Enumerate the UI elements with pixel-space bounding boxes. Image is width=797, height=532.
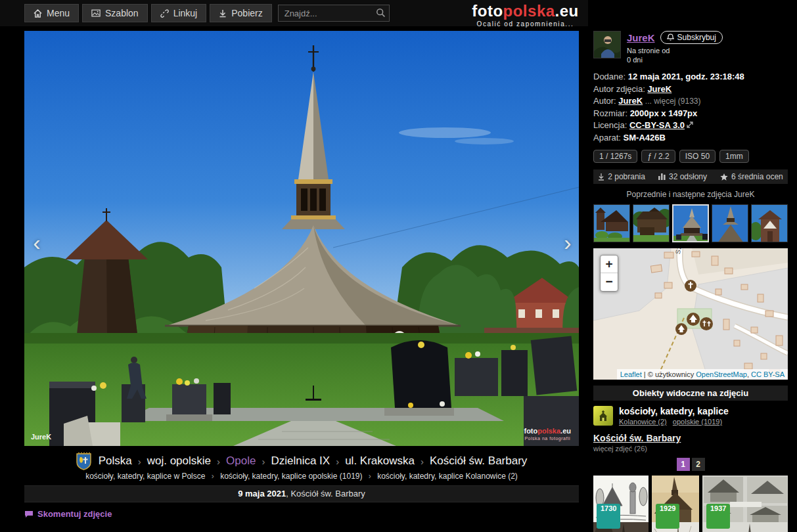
breadcrumb-polska[interactable]: Polska [99,454,132,468]
map-attribution: Leaflet | © użytkownicy OpenStreetMap, C… [617,369,788,380]
date-title-bar: 9 maja 2021, Kościół św. Barbary [24,485,579,502]
previous-photo-arrow[interactable]: ‹ [27,228,47,258]
breadcrumb: Polska › woj. opolskie › Opole › Dzielni… [24,452,579,481]
meta-size: Rozmiar: 2000px x 1497px [593,108,788,120]
object-name-link[interactable]: Kościół św. Barbary [593,433,788,443]
object-more-photos[interactable]: więcej zdjęć (26) [593,445,788,453]
license-link[interactable]: CC-BY-SA 3.0 [629,120,685,130]
pobierz-button[interactable]: Pobierz [210,4,271,22]
breadcrumb-sub: kościoły, katedry, kaplice w Polsce › ko… [24,472,579,481]
user-name-link[interactable]: JureK [627,32,655,43]
year-badge-1730: 1730 [597,504,620,529]
author-more-link[interactable]: ... więcej (9133) [645,97,701,106]
license-link-map[interactable]: CC BY-SA [751,370,785,378]
page: Menu Szablon Linkuj Pobierz fotopolska.e… [0,0,797,532]
menu-button-label: Menu [47,8,70,18]
map-tiles [593,248,788,380]
linkuj-button[interactable]: Linkuj [151,4,207,22]
avatar[interactable] [593,31,621,58]
category-links: Kolanowice (2) opolskie (1019) [619,418,729,426]
leaflet-link[interactable]: Leaflet [620,370,642,378]
site-logo-text: fotopolska.eu [472,2,579,20]
external-link-icon [687,122,693,128]
views-stat: 32 odsłony [658,172,707,181]
star-icon [720,173,728,181]
meta-license: Licencja: CC-BY-SA 3.0 [593,120,788,132]
page-1-button[interactable]: 1 [677,458,690,471]
prev-next-title: Poprzednie i następne zdjęcia JureK [593,190,788,199]
breadcrumb-opole[interactable]: Opole [226,454,256,468]
breadcrumb-sub-kolanowice[interactable]: kościoły, katedry, kaplice Kolanowice (2… [377,472,518,481]
user-row: JureK Subskrybuj Na stronie od 0 dni [593,31,788,64]
author-link[interactable]: JureK [618,96,643,106]
member-since: Na stronie od 0 dni [627,46,723,64]
breadcrumb-sub-polska[interactable]: kościoły, katedry, kaplice w Polsce [85,472,205,481]
map-zoom-control: + − [600,255,618,292]
location-map[interactable]: Szkolna + − Leaflet | © użytkownicy Open… [593,248,788,380]
rating-stat[interactable]: 6 średnia ocen [720,172,783,181]
search-input[interactable] [278,5,390,22]
comment-link[interactable]: Skomentuj zdjęcie [24,509,112,519]
meta-camera: Aparat: SM-A426B [593,132,788,144]
breadcrumb-sub-opolskie[interactable]: kościoły, katedry, kaplice opolskie (101… [220,472,362,481]
breadcrumb-kosciol[interactable]: Kościół św. Barbary [430,454,527,468]
prev-next-thumbnails [593,204,788,242]
breadcrumb-wojewodztwo[interactable]: woj. opolskie [147,454,211,468]
page-2-button[interactable]: 2 [692,458,705,471]
category-link-opolskie[interactable]: opolskie (1019) [673,418,722,426]
photo-title: , Kościół św. Barbary [286,489,365,499]
category-link-kolanowice[interactable]: Kolanowice (2) [619,418,667,426]
next-photo-arrow[interactable]: › [558,228,578,258]
main-photo[interactable]: ‹ › JureK fotopolska.eu Polska na fotogr… [24,31,579,446]
download-icon [598,173,604,181]
photo-author-watermark: JureK [31,433,51,441]
meta-added: Dodane: 12 maja 2021, godz. 23:18:48 [593,71,788,83]
speech-bubble-icon [24,510,34,518]
comment-link-label: Skomentuj zdjęcie [37,509,112,519]
linkuj-button-label: Linkuj [173,8,198,18]
exif-iso: ISO 50 [679,150,716,163]
szablon-button[interactable]: Szablon [82,4,148,22]
category-title[interactable]: kościoły, katedry, kaplice [619,406,729,416]
subscribe-button[interactable]: Subskrybuj [660,31,723,44]
church-category-icon[interactable] [593,406,613,426]
bar-chart-icon [658,173,666,180]
thumbnail-2[interactable] [633,204,670,242]
subscribe-label: Subskrybuj [677,33,716,42]
search-icon[interactable] [376,8,386,18]
breadcrumb-dzielnica[interactable]: Dzielnica IX [271,454,330,468]
pagination: 1 2 [593,458,788,471]
map-zoom-in-button[interactable]: + [601,255,618,273]
church-photo-image [24,31,579,446]
coat-of-arms-icon [76,452,91,470]
stats-bar: 2 pobrania 32 odsłony 6 średnia ocen [593,169,788,184]
map-zoom-out-button[interactable]: − [601,273,618,291]
bell-icon [667,33,674,41]
exif-aperture: ƒ / 2.2 [641,150,675,163]
exif-focal: 1mm [719,150,749,163]
pobierz-button-label: Pobierz [231,8,262,18]
image-icon [91,9,101,17]
link-icon [160,9,169,18]
szablon-button-label: Szablon [105,8,139,18]
osm-link[interactable]: OpenStreetMap [696,370,747,378]
thumbnail-4[interactable] [712,204,748,242]
photo-site-watermark: fotopolska.eu Polska na fotografii [524,428,571,442]
photo-date: 9 maja 2021 [238,489,286,499]
exif-badges: 1 / 1267s ƒ / 2.2 ISO 50 1mm [593,150,788,163]
breadcrumb-ulica[interactable]: ul. Krakowska [345,454,415,468]
thumbnail-1[interactable] [593,204,630,242]
info-sidebar: JureK Subskrybuj Na stronie od 0 dni Dod… [593,31,788,532]
thumbnail-5[interactable] [751,204,788,242]
home-icon [34,9,42,18]
thumbnail-3-selected[interactable] [672,204,709,242]
year-badge-1929: 1929 [656,504,679,529]
menu-button[interactable]: Menu [24,4,79,22]
objects-header: Obiekty widoczne na zdjęciu [593,386,788,401]
breadcrumb-main: Polska › woj. opolskie › Opole › Dzielni… [24,452,579,470]
site-logo[interactable]: fotopolska.eu Ocalić od zapomnienia... [472,2,579,28]
search-box [278,5,390,22]
year-badge-1937: 1937 [706,504,730,529]
downloads-stat[interactable]: 2 pobrania [598,172,645,181]
photo-author-link[interactable]: JureK [647,84,672,94]
